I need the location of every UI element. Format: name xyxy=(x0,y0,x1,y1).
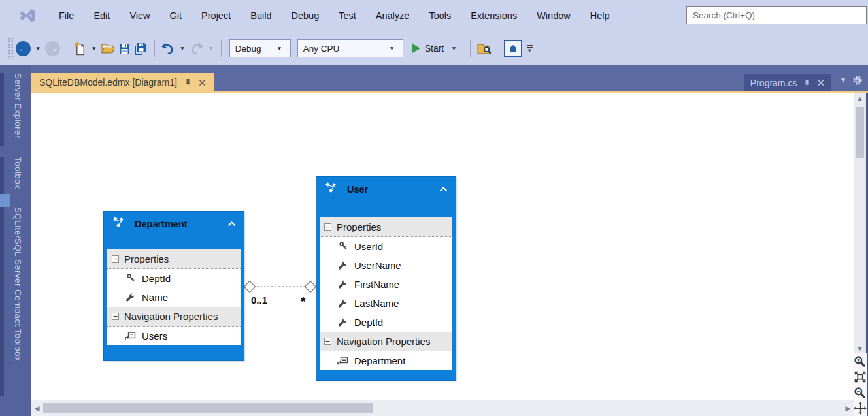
toolbar-separator xyxy=(470,40,471,57)
standard-toolbar: ← ▼ → ▼ ▼ ▼ Debug ▼ Any CPU xyxy=(0,31,868,65)
vertical-scrollbar[interactable]: ▲ ▼ xyxy=(854,93,866,416)
redo-button[interactable] xyxy=(190,42,203,54)
menu-item-edit[interactable]: Edit xyxy=(84,6,120,25)
save-all-button[interactable] xyxy=(134,42,148,55)
tab-sqlitedbmodel-edmx[interactable]: SQLiteDBModel.edmx [Diagram1] ✕ xyxy=(31,73,214,91)
section-navigation-properties[interactable]: Navigation Properties xyxy=(320,332,452,351)
property-row[interactable]: UserName xyxy=(320,256,452,275)
multiplicity-right: * xyxy=(301,295,306,308)
new-item-dropdown-icon[interactable]: ▼ xyxy=(91,45,96,52)
property-row[interactable]: DeptId xyxy=(320,313,452,332)
toolbar-grip-handle[interactable] xyxy=(8,37,14,59)
collapse-expander-icon[interactable] xyxy=(324,336,331,347)
pan-button[interactable] xyxy=(853,400,867,416)
sidebar-item-sqlite-toolbox[interactable]: SQLite/SQL Server Compact Toolbox xyxy=(0,207,31,396)
navigate-back-button[interactable]: ← xyxy=(16,41,31,56)
collapse-expander-icon[interactable] xyxy=(112,311,119,323)
menu-item-git[interactable]: Git xyxy=(160,6,192,25)
entity-header[interactable]: User xyxy=(316,177,456,202)
toolbar-overflow-button[interactable]: ▼ xyxy=(527,45,533,52)
horizontal-scrollbar-thumb[interactable] xyxy=(43,403,373,413)
menu-item-tools[interactable]: Tools xyxy=(419,6,461,25)
diagram-canvas[interactable]: 0..1 * Department xyxy=(31,93,854,400)
save-button[interactable] xyxy=(119,43,130,54)
menu-item-window[interactable]: Window xyxy=(527,6,580,25)
pin-icon[interactable] xyxy=(184,78,192,86)
pin-icon[interactable] xyxy=(803,79,810,87)
menu-item-debug[interactable]: Debug xyxy=(281,6,329,25)
property-row[interactable]: FirstName xyxy=(320,275,452,294)
solution-platform-dropdown[interactable]: Any CPU ▼ xyxy=(297,39,403,57)
solution-configuration-dropdown[interactable]: Debug ▼ xyxy=(229,39,291,57)
property-row[interactable]: Department xyxy=(320,351,452,370)
property-row[interactable]: Users xyxy=(107,327,241,345)
open-file-button[interactable] xyxy=(101,43,115,54)
property-row[interactable]: DeptId xyxy=(107,269,241,288)
property-rows: Department xyxy=(320,351,452,370)
find-in-files-button[interactable] xyxy=(477,42,492,55)
sidebar-item-server-explorer[interactable]: Server Explorer xyxy=(0,73,31,146)
property-row[interactable]: UserId xyxy=(320,237,452,256)
menu-item-analyze[interactable]: Analyze xyxy=(366,6,420,25)
zoom-in-button[interactable] xyxy=(853,353,867,369)
close-icon[interactable]: ✕ xyxy=(198,78,207,88)
tab-program-cs[interactable]: Program.cs ✕ xyxy=(744,74,831,91)
redo-dropdown-icon[interactable]: ▼ xyxy=(208,45,213,52)
entity-user[interactable]: User Properties xyxy=(316,176,456,381)
navigate-back-dropdown-icon[interactable]: ▼ xyxy=(35,45,41,52)
property-rows: DeptId Name xyxy=(107,269,241,307)
search-box[interactable] xyxy=(686,6,867,24)
vertical-scrollbar-thumb[interactable] xyxy=(856,107,864,158)
association-connector[interactable]: 0..1 * xyxy=(241,278,322,313)
scroll-up-icon[interactable]: ▲ xyxy=(856,93,863,103)
undo-button[interactable] xyxy=(161,42,175,54)
section-title: Properties xyxy=(124,253,169,264)
scroll-left-icon[interactable]: ◀ xyxy=(34,404,39,413)
solution-configuration-value: Debug xyxy=(235,44,261,54)
new-item-button[interactable] xyxy=(74,42,86,56)
visual-studio-logo-icon xyxy=(18,8,36,24)
tab-list-dropdown-icon[interactable]: ▼ xyxy=(840,76,846,84)
menu-item-build[interactable]: Build xyxy=(241,6,281,25)
menu-item-view[interactable]: View xyxy=(120,6,159,25)
close-icon[interactable]: ✕ xyxy=(816,78,825,88)
entity-type-icon xyxy=(324,182,339,197)
chevron-up-icon[interactable] xyxy=(439,187,448,192)
gear-icon[interactable] xyxy=(852,75,863,88)
undo-dropdown-icon[interactable]: ▼ xyxy=(180,45,185,52)
menu-items: File Edit View Git Project Build Debug T… xyxy=(49,6,620,25)
entity-department[interactable]: Department Properties xyxy=(103,211,244,361)
menu-item-file[interactable]: File xyxy=(49,6,84,25)
primary-key-icon xyxy=(337,242,348,251)
start-debugging-button[interactable]: Start ▼ xyxy=(412,43,459,54)
chevron-up-icon[interactable] xyxy=(227,221,236,227)
property-row[interactable]: Name xyxy=(107,288,241,307)
property-row[interactable]: LastName xyxy=(320,294,452,313)
start-dropdown-icon[interactable]: ▼ xyxy=(451,45,456,52)
property-label: FirstName xyxy=(354,279,399,290)
scroll-down-icon[interactable]: ▼ xyxy=(856,344,863,353)
menu-item-help[interactable]: Help xyxy=(580,6,620,25)
property-label: DeptId xyxy=(142,273,171,284)
menu-item-test[interactable]: Test xyxy=(329,6,366,25)
entity-header[interactable]: Department xyxy=(104,212,244,236)
menu-item-extensions[interactable]: Extensions xyxy=(461,6,527,25)
zoom-to-fit-button[interactable] xyxy=(853,369,867,385)
section-properties[interactable]: Properties xyxy=(320,217,452,237)
entity-name: Department xyxy=(135,219,188,229)
property-label: LastName xyxy=(354,298,399,309)
model-browser-button[interactable] xyxy=(504,40,522,57)
sidebar-item-toolbox[interactable]: Toolbox xyxy=(0,157,31,195)
property-label: UserId xyxy=(354,241,383,252)
scroll-right-icon[interactable]: ▶ xyxy=(846,404,851,413)
section-navigation-properties[interactable]: Navigation Properties xyxy=(107,307,241,327)
zoom-out-button[interactable] xyxy=(853,385,867,400)
section-properties[interactable]: Properties xyxy=(107,249,241,269)
menu-item-project[interactable]: Project xyxy=(192,6,241,25)
collapse-expander-icon[interactable] xyxy=(112,253,119,265)
collapse-expander-icon[interactable] xyxy=(324,221,331,233)
association-diamond-right xyxy=(305,281,316,293)
search-input[interactable] xyxy=(687,10,866,20)
navigate-forward-button[interactable]: → xyxy=(45,41,60,56)
horizontal-scrollbar[interactable]: ◀ ▶ xyxy=(31,400,854,416)
